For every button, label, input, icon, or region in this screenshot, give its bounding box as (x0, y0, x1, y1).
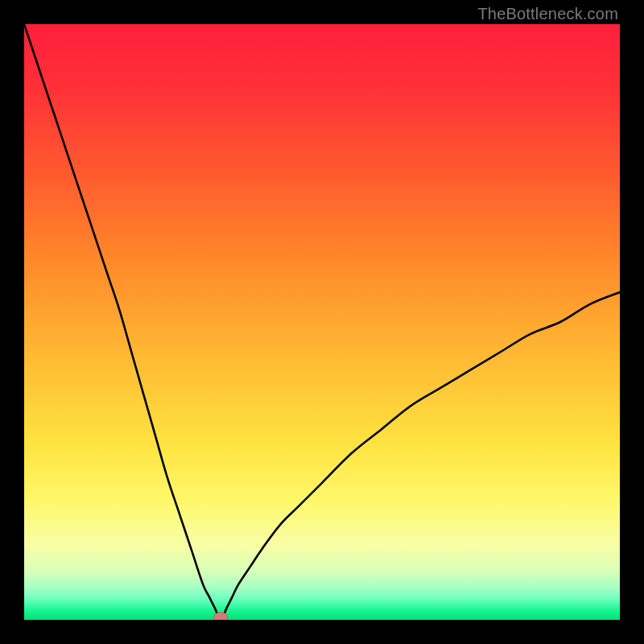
chart-frame (24, 24, 620, 620)
watermark-text: TheBottleneck.com (477, 5, 618, 23)
bottleneck-chart (24, 24, 620, 620)
gradient-background (24, 24, 620, 620)
